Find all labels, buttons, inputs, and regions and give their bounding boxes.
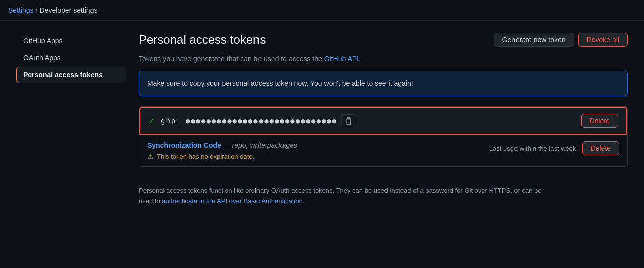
generate-new-token-button[interactable]: Generate new token	[494, 33, 574, 47]
sidebar: GitHub Apps OAuth Apps Personal access t…	[16, 33, 126, 207]
warning-icon: ⚠	[147, 152, 154, 160]
breadcrumb-settings-link[interactable]: Settings	[8, 6, 34, 14]
footer-text-1: Personal access tokens function like ord…	[139, 187, 542, 194]
copy-token-button[interactable]	[341, 114, 356, 127]
delete-token-top-button[interactable]: Delete	[581, 114, 618, 128]
token-value-area: ✓ ghp_ ●●●●●●●●●●●●●●●●●●●●●●●●●●●●●	[148, 114, 356, 127]
delete-token-bottom-button[interactable]: Delete	[582, 141, 619, 155]
breadcrumb: Settings / Developer settings	[0, 0, 644, 21]
page-title: Personal access tokens	[139, 33, 266, 47]
footer-text: Personal access tokens function like ord…	[139, 177, 628, 207]
token-prefix: ghp_	[161, 117, 182, 125]
token-right-info: Last used within the last week Delete	[489, 141, 619, 155]
notice-text: Make sure to copy your personal access t…	[147, 79, 413, 87]
token-section: ✓ ghp_ ●●●●●●●●●●●●●●●●●●●●●●●●●●●●● Del…	[139, 106, 628, 167]
token-redacted: ●●●●●●●●●●●●●●●●●●●●●●●●●●●●●	[186, 117, 337, 125]
sidebar-item-oauth-apps[interactable]: OAuth Apps	[16, 50, 126, 66]
sidebar-item-github-apps[interactable]: GitHub Apps	[16, 33, 126, 49]
notice-box: Make sure to copy your personal access t…	[139, 71, 628, 96]
main-layout: GitHub Apps OAuth Apps Personal access t…	[0, 21, 644, 219]
token-scopes: — repo, write:packages	[223, 141, 297, 149]
sidebar-item-personal-access-tokens[interactable]: Personal access tokens	[16, 67, 126, 83]
token-value-row: ✓ ghp_ ●●●●●●●●●●●●●●●●●●●●●●●●●●●●● Del…	[139, 107, 627, 135]
page-header: Personal access tokens Generate new toke…	[139, 33, 628, 47]
breadcrumb-separator: /	[36, 6, 38, 14]
basic-auth-link[interactable]: authenticate to the API over Basic Authe…	[162, 197, 302, 205]
breadcrumb-current: Developer settings	[39, 6, 97, 14]
token-warning: ⚠ This token has no expiration date.	[147, 152, 297, 160]
check-icon: ✓	[148, 116, 155, 126]
token-name[interactable]: Synchronization Code	[147, 141, 221, 149]
footer-text-3: .	[303, 197, 305, 205]
header-buttons: Generate new token Revoke all	[494, 33, 628, 47]
description-text: Tokens you have generated that can be us…	[139, 55, 628, 63]
clipboard-icon	[345, 117, 353, 125]
warning-text: This token has no expiration date.	[157, 153, 254, 160]
token-left-info: Synchronization Code — repo, write:packa…	[147, 141, 297, 160]
last-used-text: Last used within the last week	[489, 145, 576, 152]
main-content: Personal access tokens Generate new toke…	[139, 33, 628, 207]
github-api-link[interactable]: GitHub API	[324, 55, 359, 63]
revoke-all-button[interactable]: Revoke all	[578, 33, 628, 47]
footer-text-2: used to	[139, 197, 162, 205]
token-name-scopes: Synchronization Code — repo, write:packa…	[147, 141, 297, 149]
token-info-row: Synchronization Code — repo, write:packa…	[139, 135, 627, 166]
